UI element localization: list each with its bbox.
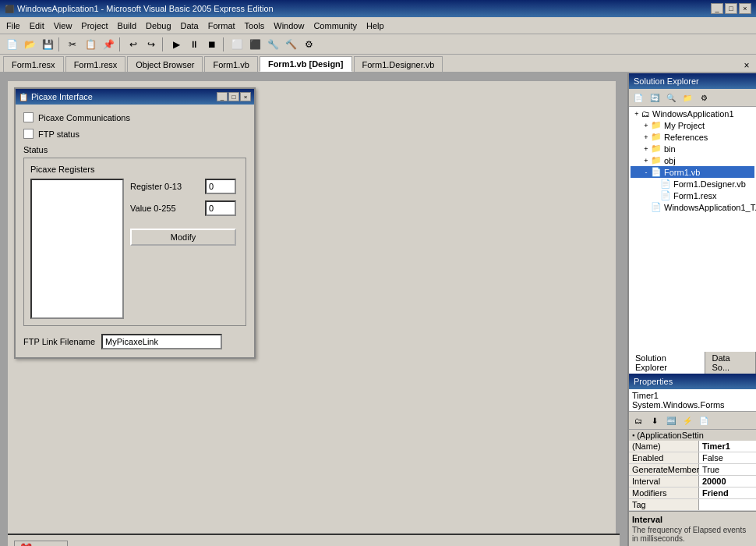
toolbar: 📄 📂 💾 ✂ 📋 📌 ↩ ↪ ▶ ⏸ ⏹ ⬜ ⬛ 🔧 🔨 ⚙	[0, 34, 756, 55]
prop-name: GenerateMember	[629, 464, 699, 475]
menu-help[interactable]: Help	[362, 20, 389, 32]
tab-form1-designer[interactable]: Form1.Designer.vb	[354, 56, 443, 72]
prop-row[interactable]: (Name)Timer1	[629, 441, 756, 452]
tab-form1-resx-2[interactable]: Form1.resx	[65, 56, 126, 72]
register-input[interactable]	[205, 179, 236, 194]
registers-listbox[interactable]	[30, 179, 124, 319]
paste-btn[interactable]: 📌	[100, 36, 117, 53]
registers-inner: Register 0-13 Value 0-255 Modify	[30, 179, 239, 319]
tab-object-browser[interactable]: Object Browser	[127, 56, 203, 72]
checkbox-row-2: FTP status	[23, 129, 246, 139]
tree-item[interactable]: +🗂WindowsApplication1	[631, 108, 754, 119]
redo-btn[interactable]: ↪	[143, 36, 160, 53]
solution-tree: +🗂WindowsApplication1+📁My Project+📁Refer…	[629, 107, 756, 352]
form-maximize-btn[interactable]: □	[228, 92, 239, 101]
menu-window[interactable]: Window	[269, 20, 309, 32]
menu-edit[interactable]: Edit	[25, 20, 49, 32]
value-input[interactable]	[205, 200, 236, 216]
registers-legend: Picaxe Registers	[30, 165, 239, 174]
prop-description: Interval The frequency of Elapsed events…	[629, 511, 756, 546]
timer1-item[interactable]: ⏰ Timer1	[14, 541, 68, 546]
modify-button[interactable]: Modify	[130, 229, 236, 246]
misc-btn2[interactable]: ⬛	[246, 36, 263, 53]
solution-explorer-title: Solution Explorer	[634, 76, 699, 86]
tree-item[interactable]: 📄Form1.Designer.vb	[631, 178, 754, 190]
prop-row[interactable]: Interval20000	[629, 476, 756, 488]
close-button[interactable]: ×	[739, 3, 751, 14]
prop-btn-3[interactable]: 🔤	[663, 413, 679, 427]
panel-tab-data-sources[interactable]: Data So...	[705, 352, 756, 374]
panel-tab-sol-explorer[interactable]: Solution Explorer	[629, 352, 705, 374]
tree-item[interactable]: +📁bin	[631, 143, 754, 154]
undo-btn[interactable]: ↩	[125, 36, 142, 53]
copy-btn[interactable]: 📋	[82, 36, 99, 53]
tab-form1-resx-1[interactable]: Form1.resx	[3, 56, 64, 72]
section-expand-icon: ▪	[632, 431, 634, 439]
tree-item[interactable]: +📁References	[631, 131, 754, 143]
tree-item[interactable]: -📄Form1.vb	[631, 166, 754, 178]
designed-form-window: 📋 Picaxe Interface _ □ × Picaxe Communic…	[14, 87, 256, 359]
tree-item[interactable]: 📄Form1.resx	[631, 190, 754, 201]
register-field-row: Register 0-13	[130, 179, 236, 194]
menu-tools[interactable]: Tools	[240, 20, 270, 32]
save-btn[interactable]: 💾	[39, 36, 56, 53]
sol-btn-1[interactable]: 📄	[631, 90, 646, 105]
menu-view[interactable]: View	[49, 20, 77, 32]
prop-row[interactable]: ModifiersFriend	[629, 488, 756, 499]
design-canvas[interactable]: 📋 Picaxe Interface _ □ × Picaxe Communic…	[0, 73, 627, 546]
misc-btn1[interactable]: ⬜	[228, 36, 246, 53]
tree-expand-icon: -	[641, 168, 651, 176]
open-btn[interactable]: 📂	[21, 36, 38, 53]
menu-project[interactable]: Project	[76, 20, 112, 32]
picaxe-comms-label: Picaxe Communications	[38, 113, 130, 122]
prop-value: Timer1	[699, 441, 756, 452]
stop-btn[interactable]: ⏹	[203, 36, 221, 53]
minimize-button[interactable]: _	[711, 3, 723, 14]
ftp-filename-input[interactable]	[101, 334, 222, 349]
run-btn[interactable]: ▶	[168, 36, 185, 53]
misc-btn4[interactable]: 🔨	[282, 36, 299, 53]
tree-item[interactable]: 📄WindowsApplication1_T...	[631, 201, 754, 213]
tab-close-button[interactable]: ×	[740, 59, 753, 72]
tree-item[interactable]: +📁My Project	[631, 119, 754, 131]
picaxe-comms-checkbox[interactable]	[23, 112, 34, 122]
form-close-btn[interactable]: ×	[240, 92, 251, 101]
tab-form1-vb[interactable]: Form1.vb	[204, 56, 257, 72]
menu-community[interactable]: Community	[309, 20, 362, 32]
prop-btn-1[interactable]: 🗂	[631, 413, 646, 427]
menu-file[interactable]: File	[2, 20, 25, 32]
prop-row[interactable]: Tag	[629, 499, 756, 511]
prop-row[interactable]: GenerateMemberTrue	[629, 464, 756, 476]
properties-header: Properties	[629, 374, 756, 389]
pause-btn[interactable]: ⏸	[185, 36, 203, 53]
prop-name: Enabled	[629, 452, 699, 463]
panel-tab-bar: Solution Explorer Data So...	[629, 352, 756, 374]
sol-btn-3[interactable]: 🔍	[663, 90, 679, 105]
new-btn[interactable]: 📄	[3, 36, 20, 53]
sol-btn-5[interactable]: ⚙	[696, 90, 712, 105]
menu-format[interactable]: Format	[203, 20, 240, 32]
menu-build[interactable]: Build	[113, 20, 141, 32]
prop-row[interactable]: EnabledFalse	[629, 452, 756, 464]
prop-btn-2[interactable]: ⬇	[647, 413, 662, 427]
sol-btn-4[interactable]: 📁	[680, 90, 695, 105]
maximize-button[interactable]: □	[725, 3, 737, 14]
misc-btn5[interactable]: ⚙	[300, 36, 317, 53]
ftp-status-checkbox[interactable]	[23, 129, 34, 139]
tree-item-label: References	[664, 133, 708, 142]
menu-data[interactable]: Data	[176, 20, 203, 32]
title-bar: ⬛ WindowsApplication1 - Microsoft Visual…	[0, 0, 756, 17]
cut-btn[interactable]: ✂	[64, 36, 81, 53]
form-icon: 📋	[19, 93, 28, 101]
tab-form1-vb-design[interactable]: Form1.vb [Design]	[260, 56, 352, 72]
form-minimize-btn[interactable]: _	[217, 92, 228, 101]
prop-value: Friend	[699, 488, 756, 498]
tree-expand-icon: +	[641, 157, 651, 165]
tab-bar: Form1.resx Form1.resx Object Browser For…	[0, 55, 756, 73]
prop-btn-5[interactable]: 📄	[696, 413, 712, 427]
prop-btn-4[interactable]: ⚡	[680, 413, 695, 427]
tree-item[interactable]: +📁obj	[631, 154, 754, 166]
sol-btn-2[interactable]: 🔄	[647, 90, 662, 105]
menu-debug[interactable]: Debug	[141, 20, 175, 32]
misc-btn3[interactable]: 🔧	[264, 36, 281, 53]
